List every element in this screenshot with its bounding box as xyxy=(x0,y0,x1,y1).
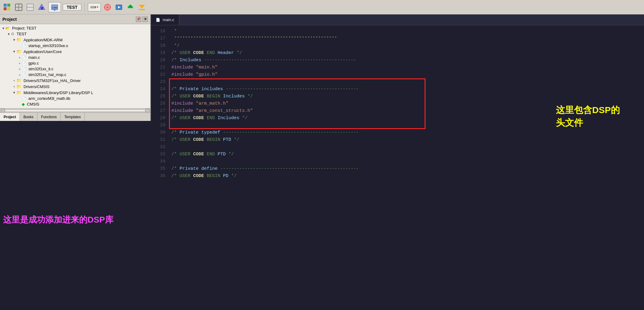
code-line xyxy=(171,78,644,86)
folder-icon: 📁 xyxy=(16,37,21,42)
tree-item[interactable]: +📄stm32f1xx_hal_msp.c xyxy=(0,72,150,78)
code-line: #include "arm_math.h" xyxy=(171,100,644,107)
tree-item[interactable]: +📄gpio.c xyxy=(0,60,150,66)
svg-rect-2 xyxy=(4,7,7,10)
tree-item[interactable]: +📄main.c xyxy=(0,55,150,60)
expand-icon[interactable]: + xyxy=(12,85,16,88)
folder-icon: 📁 xyxy=(16,49,21,54)
tree-item[interactable]: 📄arm_cortexM3l_math.lib xyxy=(0,96,150,101)
diamond-icon: ◆ xyxy=(22,102,25,106)
expand-icon[interactable]: ▼ xyxy=(12,38,16,42)
expand-icon[interactable]: + xyxy=(18,67,22,71)
sidebar-scrollbar[interactable]: ◀ ▶ xyxy=(0,108,150,112)
tree-item[interactable]: ▼📁Application/User/Core xyxy=(0,49,150,55)
folder-icon: 📁 xyxy=(16,78,21,83)
sidebar-tabs: ProjectBooksFunctionsTemplates xyxy=(0,112,150,121)
sidebar-close-btn[interactable]: ✕ xyxy=(142,17,148,22)
line-number: 16 xyxy=(151,28,165,35)
line-number: 25 xyxy=(151,93,165,100)
code-line: /* USER CODE BEGIN Includes */ xyxy=(171,93,644,100)
sidebar-tab-project[interactable]: Project xyxy=(0,113,20,121)
toolbar-sep-1 xyxy=(84,3,85,12)
scroll-left-arrow[interactable]: ◀ xyxy=(1,109,5,113)
tab-label: main.c xyxy=(163,17,174,22)
line-number: 32 xyxy=(151,144,165,151)
toolbar-target-icon[interactable] xyxy=(103,2,112,12)
tree-item[interactable]: ▼📁Middlewares/Library/DSP Library/DSP L xyxy=(0,90,150,96)
line-number: 19 xyxy=(151,49,165,57)
tab-main-c[interactable]: 📄 main.c xyxy=(151,14,179,25)
code-line xyxy=(171,158,644,165)
toolbar-icon-4[interactable] xyxy=(37,2,46,12)
sidebar-tab-templates[interactable]: Templates xyxy=(61,113,85,121)
sidebar-tab-books[interactable]: Books xyxy=(20,113,37,121)
toolbar-download-icon[interactable] xyxy=(137,2,147,12)
code-line: */ xyxy=(171,42,644,49)
code-line: #include "arm_const_structs.h" xyxy=(171,107,644,115)
code-content[interactable]: * **************************************… xyxy=(169,25,644,310)
load-dropdown[interactable]: LOAD xyxy=(48,2,61,12)
code-line: /* USER CODE BEGIN PD */ xyxy=(171,172,644,180)
toolbar-rebuild-icon[interactable] xyxy=(126,2,135,12)
expand-icon[interactable]: + xyxy=(12,79,16,82)
tree-item[interactable]: +📁Drivers/CMSIS xyxy=(0,84,150,90)
line-number: 17 xyxy=(151,35,165,42)
root-icon: 📂 xyxy=(5,26,10,30)
code-line: #include "main.h" xyxy=(171,64,644,71)
code-line: /* USER CODE END Header */ xyxy=(171,49,644,57)
config-dropdown[interactable]: ▾ xyxy=(88,3,101,11)
svg-rect-3 xyxy=(7,7,10,10)
code-line: /* USER CODE BEGIN PTD */ xyxy=(171,136,644,144)
scroll-right-arrow[interactable]: ▶ xyxy=(145,109,150,113)
code-line: ****************************************… xyxy=(171,35,644,42)
editor-wrapper: 📄 main.c 1617181920212223242526272829303… xyxy=(151,14,644,310)
tree-item[interactable]: 📄startup_stm32f103xe.s xyxy=(0,43,150,49)
hscroll-track[interactable] xyxy=(5,109,145,112)
expand-icon[interactable]: ▼ xyxy=(1,27,5,30)
tree-item-label: Application/MDK-ARM xyxy=(24,38,62,42)
toolbar-icon-1[interactable] xyxy=(2,2,12,12)
file-icon: 📄 xyxy=(22,61,26,65)
svg-point-18 xyxy=(107,6,108,8)
code-line xyxy=(171,122,644,129)
sidebar-tab-functions[interactable]: Functions xyxy=(37,113,61,121)
line-number: 18 xyxy=(151,42,165,49)
tree-item-label: stm32f1xx_hal_msp.c xyxy=(28,72,66,77)
expand-icon[interactable]: + xyxy=(18,56,22,59)
tree-item[interactable]: ▼⚙TEST xyxy=(0,31,150,37)
editor-tabs: 📄 main.c xyxy=(151,14,644,25)
tree-item-label: gpio.c xyxy=(28,61,39,65)
svg-text:LOAD: LOAD xyxy=(52,7,57,9)
sidebar-title: Project xyxy=(2,17,17,22)
folder-icon: 📁 xyxy=(16,84,21,89)
tree-item[interactable]: ▼📁Application/MDK-ARM xyxy=(0,37,150,43)
toolbar-build-icon[interactable] xyxy=(114,2,124,12)
code-line: /* USER CODE END Includes */ xyxy=(171,115,644,122)
svg-rect-0 xyxy=(4,4,7,7)
line-number: 35 xyxy=(151,165,165,172)
toolbar: LOAD TEST ▾ xyxy=(0,0,644,14)
folder-icon: 📁 xyxy=(16,90,21,95)
tab-file-icon: 📄 xyxy=(156,18,160,22)
expand-icon[interactable]: ▼ xyxy=(12,50,16,53)
code-line: /* Includes ----------------------------… xyxy=(171,57,644,64)
toolbar-icon-3[interactable] xyxy=(25,2,35,12)
tree-item[interactable]: ◆CMSIS xyxy=(0,101,150,107)
line-number: 24 xyxy=(151,86,165,93)
expand-icon[interactable]: ▼ xyxy=(12,91,16,94)
sidebar-header-icons: 📌 ✕ xyxy=(136,17,148,22)
line-number: 34 xyxy=(151,158,165,165)
expand-icon[interactable]: + xyxy=(18,73,22,77)
expand-icon[interactable]: ▼ xyxy=(7,32,11,36)
tree-item-label: arm_cortexM3l_math.lib xyxy=(28,96,70,101)
code-line: /* Private define ----------------------… xyxy=(171,165,644,172)
toolbar-icon-2[interactable] xyxy=(14,2,24,12)
tree-item[interactable]: +📄stm32f1xx_it.c xyxy=(0,66,150,72)
file-icon: 📄 xyxy=(22,67,26,71)
tree-item[interactable]: +📁Drivers/STM32F1xx_HAL_Driver xyxy=(0,78,150,84)
gear-icon: ⚙ xyxy=(11,32,14,36)
expand-icon[interactable]: + xyxy=(18,62,22,65)
tree-item[interactable]: ▼📂Project: TEST xyxy=(0,25,150,31)
line-number: 21 xyxy=(151,64,165,71)
sidebar-pin-btn[interactable]: 📌 xyxy=(136,17,141,22)
